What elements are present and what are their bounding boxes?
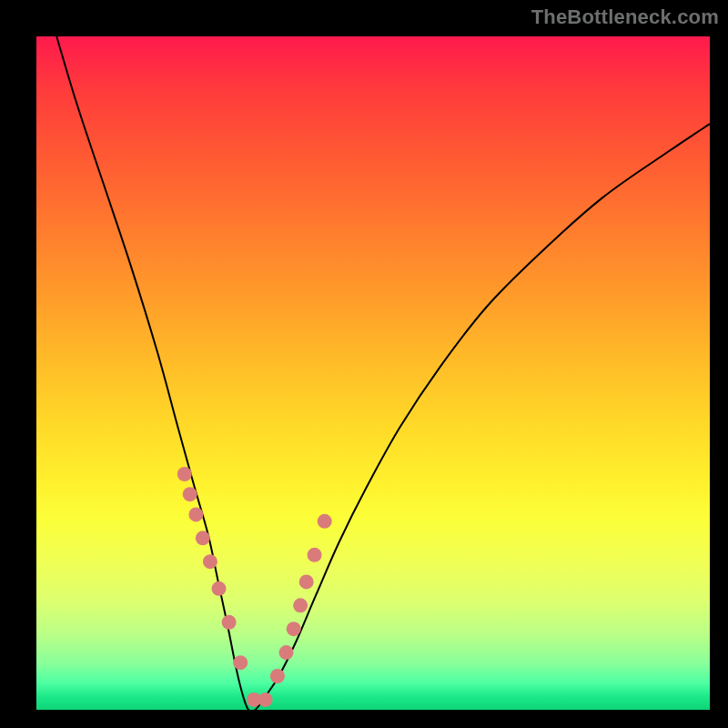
marker-dot <box>318 514 332 529</box>
marker-dot <box>287 622 301 636</box>
marker-dot <box>222 615 237 630</box>
marker-dot <box>196 531 210 545</box>
marker-dot <box>308 548 322 562</box>
bottleneck-curve <box>56 36 710 712</box>
marker-dot <box>293 598 308 612</box>
marker-group <box>177 467 332 707</box>
marker-dot <box>233 655 248 670</box>
marker-dot <box>279 645 294 660</box>
plot-area <box>36 36 710 710</box>
marker-dot <box>203 554 217 569</box>
marker-dot <box>177 467 192 481</box>
marker-dot <box>212 581 227 596</box>
marker-dot <box>299 574 314 589</box>
chart-frame: TheBottleneck.com <box>0 0 728 728</box>
marker-dot <box>188 507 203 521</box>
marker-dot <box>258 693 273 707</box>
marker-dot <box>183 487 197 501</box>
watermark-text: TheBottleneck.com <box>531 5 719 29</box>
chart-svg <box>36 36 710 710</box>
marker-dot <box>270 669 285 683</box>
